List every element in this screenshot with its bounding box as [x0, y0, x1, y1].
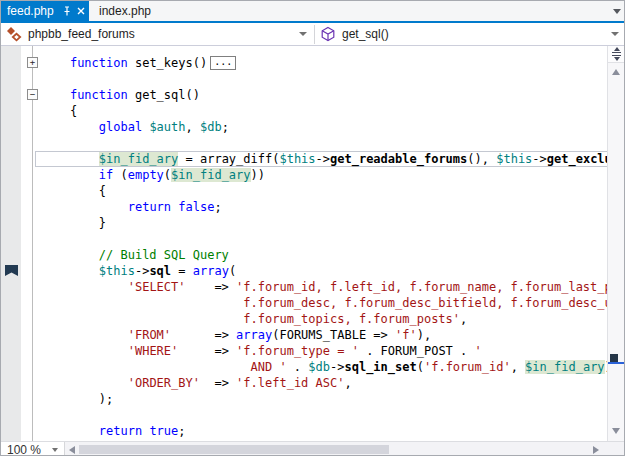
tab-overflow-chevron-icon[interactable]	[613, 9, 621, 14]
chevron-down-icon[interactable]	[611, 32, 619, 36]
code-line[interactable]: f.forum_desc, f.forum_desc_bitfield, f.f…	[35, 295, 609, 311]
code-lines[interactable]: function set_keys()... function get_sql(…	[35, 55, 609, 441]
tab-label: index.php	[99, 4, 151, 18]
outlining-line	[32, 46, 33, 441]
splitter-grip-bar	[612, 52, 621, 53]
scrollbar-bookmark-mark	[610, 354, 618, 362]
collapsed-region-box[interactable]: ...	[210, 56, 236, 70]
code-line-current[interactable]: $in_fid_ary = array_diff($this->get_read…	[35, 151, 609, 167]
code-line[interactable]: {	[35, 103, 609, 119]
tab-label: feed.php	[7, 4, 54, 18]
member-dropdown[interactable]: get_sql()	[315, 23, 625, 45]
code-line[interactable]: {	[35, 183, 609, 199]
splitter-grip-icon	[614, 57, 620, 61]
scroll-down-arrow-icon[interactable]	[612, 428, 620, 434]
tab-feed-php[interactable]: feed.php	[1, 1, 89, 21]
code-line[interactable]: }	[35, 215, 609, 231]
close-icon[interactable]	[75, 5, 87, 17]
splitter-grip-icon	[614, 47, 620, 51]
pin-icon[interactable]	[61, 5, 73, 17]
code-line[interactable]: return true;	[35, 423, 609, 439]
class-dropdown[interactable]: phpbb_feed_forums	[1, 23, 314, 45]
code-editor-window: feed.php index.php phpbb_feed_forums	[0, 0, 625, 456]
code-line[interactable]: global $auth, $db;	[35, 119, 609, 135]
chevron-down-icon[interactable]	[52, 448, 58, 452]
splitter-grip-bar	[612, 55, 621, 56]
code-line[interactable]: );	[35, 391, 609, 407]
indicator-margin	[1, 46, 21, 441]
member-dropdown-value: get_sql()	[342, 27, 389, 41]
horizontal-scroll-thumb[interactable]	[79, 445, 389, 454]
code-line[interactable]: AND ' . $db->sql_in_set('f.forum_id', $i…	[35, 359, 609, 375]
code-line[interactable]: // Build SQL Query	[35, 247, 609, 263]
class-icon	[6, 26, 22, 42]
zoom-control[interactable]: 100 %	[1, 442, 65, 456]
editor-splitter-handle[interactable]	[608, 46, 625, 63]
scroll-left-arrow-icon[interactable]	[69, 446, 75, 454]
code-line[interactable]	[35, 71, 609, 87]
scrollbar-caret-mark	[608, 362, 625, 364]
code-line[interactable]: if (empty($in_fid_ary))	[35, 167, 609, 183]
zoom-value: 100 %	[7, 443, 41, 456]
scroll-up-arrow-icon[interactable]	[612, 69, 620, 75]
code-line[interactable]	[35, 407, 609, 423]
code-line[interactable]	[35, 231, 609, 247]
code-line[interactable]: 'FROM' => array(FORUMS_TABLE => 'f'),	[35, 327, 609, 343]
vertical-scrollbar[interactable]	[607, 46, 624, 441]
class-dropdown-value: phpbb_feed_forums	[28, 27, 135, 41]
code-line[interactable]: return false;	[35, 199, 609, 215]
code-line[interactable]	[35, 135, 609, 151]
code-line[interactable]: 'SELECT' => 'f.forum_id, f.left_id, f.fo…	[35, 279, 609, 295]
tab-strip: feed.php index.php	[1, 1, 625, 21]
code-line[interactable]: 'WHERE' => 'f.forum_type = ' . FORUM_POS…	[35, 343, 609, 359]
code-line[interactable]: function set_keys()...	[35, 55, 609, 71]
horizontal-scrollbar[interactable]: 100 %	[1, 441, 625, 456]
scroll-right-arrow-icon[interactable]	[593, 446, 599, 454]
code-line[interactable]: f.forum_topics, f.forum_posts',	[35, 311, 609, 327]
tab-index-php[interactable]: index.php	[89, 1, 163, 21]
code-line[interactable]: 'ORDER_BY' => 'f.left_id ASC',	[35, 375, 609, 391]
navigation-bar: phpbb_feed_forums get_sql()	[1, 23, 625, 46]
editor-area: +− function set_keys()... function get_s…	[1, 46, 625, 441]
code-line[interactable]: function get_sql()	[35, 87, 609, 103]
code-line[interactable]: $this->sql = array(	[35, 263, 609, 279]
chevron-down-icon[interactable]	[299, 32, 307, 36]
method-icon	[320, 26, 336, 42]
